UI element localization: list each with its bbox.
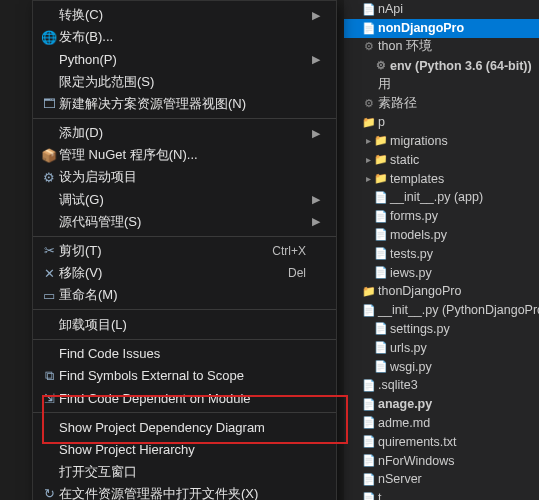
menu-item-label: 新建解决方案资源管理器视图(N) [59, 95, 306, 113]
tree-item-label: nServer [378, 472, 422, 486]
tree-item-label: p [378, 115, 385, 129]
tree-item[interactable]: 📄urls.py [344, 338, 539, 357]
tree-item[interactable]: 📄anage.py [344, 395, 539, 414]
tree-item-label: thon 环境 [378, 38, 432, 55]
folder-icon: 📁 [362, 285, 376, 298]
tree-item[interactable]: 📁p [344, 113, 539, 132]
menu-item[interactable]: Find Code Issues [33, 343, 336, 365]
tree-item[interactable]: 📁thonDjangoPro [344, 282, 539, 301]
file-icon: 📄 [374, 266, 388, 279]
tree-item[interactable]: 📄tests.py [344, 244, 539, 263]
menu-item[interactable]: 源代码管理(S)▶ [33, 211, 336, 233]
tree-item[interactable]: 📄adme.md [344, 414, 539, 433]
menu-item[interactable]: 📦管理 NuGet 程序包(N)... [33, 144, 336, 166]
menu-item[interactable]: ⚙设为启动项目 [33, 166, 336, 188]
tree-item[interactable]: ⚙素路径 [344, 94, 539, 113]
menu-separator [33, 309, 336, 310]
menu-item-label: 移除(V) [59, 264, 288, 282]
tree-item[interactable]: 📄iews.py [344, 263, 539, 282]
file-icon: 📄 [362, 304, 376, 317]
menu-item[interactable]: 调试(G)▶ [33, 189, 336, 211]
tree-item[interactable]: 📄nForWindows [344, 451, 539, 470]
expand-arrow-icon[interactable]: ▸ [362, 135, 374, 146]
tree-item[interactable]: ▸📁templates [344, 169, 539, 188]
menu-item-label: 打开交互窗口 [59, 463, 306, 481]
menu-item-label: 添加(D) [59, 124, 306, 142]
tree-item-label: models.py [390, 228, 447, 242]
tree-item[interactable]: 📄forms.py [344, 207, 539, 226]
tree-item-label: templates [390, 172, 444, 186]
file-icon: 📄 [362, 492, 376, 500]
menu-item[interactable]: 限定为此范围(S) [33, 71, 336, 93]
tree-item[interactable]: ⚙env (Python 3.6 (64-bit)) [344, 56, 539, 75]
tree-item[interactable]: ⚙thon 环境 [344, 38, 539, 57]
tree-item-label: __init__.py (PythonDjangoPro) [378, 303, 539, 317]
menu-item-icon: ✕ [39, 266, 59, 281]
tree-item-label: settings.py [390, 322, 450, 336]
menu-item-label: 设为启动项目 [59, 168, 306, 186]
menu-item[interactable]: Python(P)▶ [33, 48, 336, 70]
menu-item-label: 管理 NuGet 程序包(N)... [59, 146, 306, 164]
tree-item[interactable]: 用 [344, 75, 539, 94]
menu-item[interactable]: Show Project Hierarchy [33, 438, 336, 460]
menu-item[interactable]: 卸载项目(L) [33, 313, 336, 335]
menu-item[interactable]: 转换(C)▶ [33, 4, 336, 26]
folder-icon: 📁 [374, 172, 388, 185]
file-icon: 📄 [362, 454, 376, 467]
menu-item-label: 发布(B)... [59, 28, 306, 46]
file-icon: 📄 [362, 22, 376, 35]
tree-item[interactable]: 📄__init__.py (app) [344, 188, 539, 207]
tree-item-label: quirements.txt [378, 435, 457, 449]
tree-item[interactable]: 📄t [344, 489, 539, 500]
tree-item[interactable]: 📄nonDjangoPro [344, 19, 539, 38]
menu-item-label: 调试(G) [59, 191, 306, 209]
tree-item[interactable]: 📄__init__.py (PythonDjangoPro) [344, 301, 539, 320]
expand-arrow-icon[interactable]: ▸ [362, 173, 374, 184]
submenu-arrow-icon: ▶ [312, 9, 322, 22]
tree-item-label: t [378, 491, 381, 500]
submenu-arrow-icon: ▶ [312, 53, 322, 66]
menu-item-label: 源代码管理(S) [59, 213, 306, 231]
tree-item-label: adme.md [378, 416, 430, 430]
tree-item[interactable]: ▸📁migrations [344, 132, 539, 151]
menu-item[interactable]: ↻在文件资源管理器中打开文件夹(X) [33, 483, 336, 500]
menu-item[interactable]: ✂剪切(T)Ctrl+X [33, 240, 336, 262]
file-icon: 📄 [362, 3, 376, 16]
editor-gutter [0, 0, 32, 500]
submenu-arrow-icon: ▶ [312, 215, 322, 228]
menu-item[interactable]: Show Project Dependency Diagram [33, 416, 336, 438]
file-icon: 📄 [374, 210, 388, 223]
tree-item[interactable]: 📄nServer [344, 470, 539, 489]
menu-item[interactable]: 🗔新建解决方案资源管理器视图(N) [33, 93, 336, 115]
menu-item[interactable]: ⧉Find Symbols External to Scope [33, 365, 336, 387]
context-menu: 转换(C)▶🌐发布(B)...Python(P)▶限定为此范围(S)🗔新建解决方… [32, 0, 337, 500]
menu-item-label: Python(P) [59, 52, 306, 67]
expand-arrow-icon[interactable]: ▸ [362, 154, 374, 165]
file-icon: 📄 [374, 322, 388, 335]
tree-item[interactable]: 📄.sqlite3 [344, 376, 539, 395]
menu-item[interactable]: ⇲Find Code Dependent on Module [33, 387, 336, 409]
menu-item-label: Find Symbols External to Scope [59, 368, 306, 383]
menu-separator [33, 339, 336, 340]
menu-item[interactable]: 🌐发布(B)... [33, 26, 336, 48]
menu-separator [33, 118, 336, 119]
file-icon: 📄 [362, 435, 376, 448]
tree-item[interactable]: 📄nApi [344, 0, 539, 19]
submenu-arrow-icon: ▶ [312, 127, 322, 140]
menu-item[interactable]: 打开交互窗口 [33, 461, 336, 483]
tree-item[interactable]: 📄settings.py [344, 320, 539, 339]
menu-item[interactable]: 添加(D)▶ [33, 122, 336, 144]
folder-icon: 📁 [374, 134, 388, 147]
tree-item[interactable]: 📄models.py [344, 226, 539, 245]
tree-item-label: migrations [390, 134, 448, 148]
tree-item[interactable]: 📄quirements.txt [344, 432, 539, 451]
menu-item-label: Find Code Dependent on Module [59, 391, 306, 406]
gear-icon: ⚙ [374, 59, 388, 72]
menu-item[interactable]: ▭重命名(M) [33, 284, 336, 306]
menu-item-icon: ⇲ [39, 391, 59, 406]
file-icon: 📄 [362, 398, 376, 411]
tree-item[interactable]: 📄wsgi.py [344, 357, 539, 376]
tree-item[interactable]: ▸📁static [344, 150, 539, 169]
menu-item[interactable]: ✕移除(V)Del [33, 262, 336, 284]
gear-icon: ⚙ [362, 97, 376, 110]
